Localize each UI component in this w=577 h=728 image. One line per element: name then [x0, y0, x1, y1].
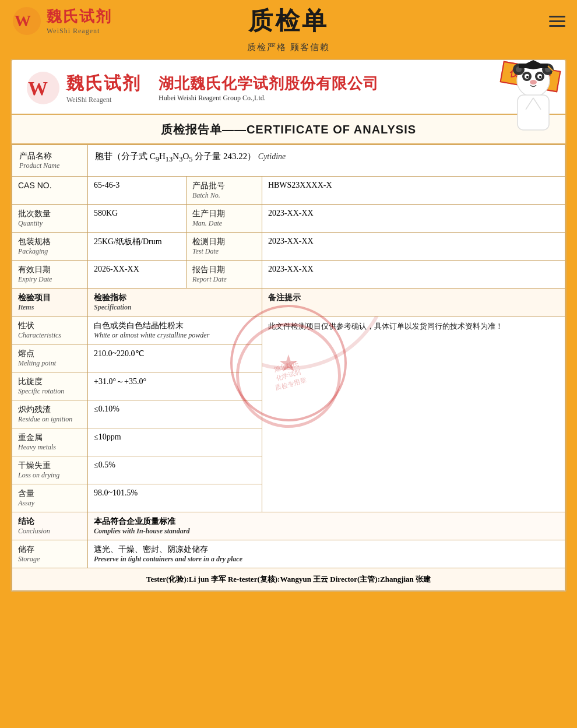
pkg-value-cell: 25KG/纸板桶/Drum [88, 233, 187, 261]
item-3-en: Residue on ignition [18, 415, 82, 424]
item-0-cn: 性状 [18, 321, 82, 331]
cas-label-cell: CAS NO. [12, 177, 88, 205]
spec-6-cell: 98.0~101.5% [88, 484, 262, 512]
logo-icon: W [12, 6, 42, 36]
cert-logo-cn: 魏氏试剂 [66, 72, 141, 96]
item-5-cn: 干燥失重 [18, 460, 82, 471]
items-header-cn: 检验项目 [18, 293, 82, 303]
item-3-label: 炽灼残渣 Residue on ignition [12, 400, 88, 428]
test-value: 2023-XX-XX [268, 237, 314, 245]
qty-label-cn: 批次数量 [18, 209, 82, 219]
company-block: 湖北魏氏化学试剂股份有限公司 Hubei Weishi Reagent Grou… [153, 73, 379, 103]
mandate-label-cell: 生产日期 Man. Date [186, 205, 262, 233]
svg-text:W: W [28, 78, 48, 99]
notes-header-cell: 备注提示 [262, 289, 565, 316]
item-3-cn: 炽灼残渣 [18, 405, 82, 415]
conclusion-label-en: Conclusion [18, 527, 82, 536]
top-header: W 魏氏试剂 WeiShi Reagent 质检单 [0, 0, 577, 40]
item-6-en: Assay [18, 499, 82, 508]
inspection-row-0: 性状 Characteristics 白色或类白色结晶性粉末 White or … [12, 316, 565, 344]
spec-header-cell: 检验指标 Specification [88, 289, 262, 316]
conclusion-value-cell: 本品符合企业质量标准 Complies with In-house standa… [88, 512, 565, 540]
spec-6-cn: 98.0~101.5% [94, 488, 256, 498]
svg-point-17 [552, 71, 555, 75]
batch-label-en: Batch No. [192, 191, 256, 200]
svg-point-7 [526, 76, 529, 78]
logo-area: W 魏氏试剂 WeiShi Reagent [12, 6, 112, 36]
company-en: Hubei Weishi Reagent Group Co.,Ltd. [159, 94, 379, 103]
batch-label-cn: 产品批号 [192, 181, 256, 191]
spec-3-cn: ≤0.10% [94, 405, 256, 414]
item-1-en: Melting point [18, 359, 82, 368]
item-4-cn: 重金属 [18, 432, 82, 443]
svg-point-9 [530, 80, 537, 85]
cert-title-row: 质检报告单——CERTIFICATE OF ANALYSIS [12, 115, 565, 145]
test-value-cell: 2023-XX-XX [262, 233, 565, 261]
spec-5-cell: ≤0.5% [88, 456, 262, 484]
product-label-en: Product Name [19, 161, 80, 170]
hamburger-line-1 [549, 16, 565, 17]
cert-logo-texts: 魏氏试剂 WeiShi Reagent [66, 72, 141, 104]
spec-3-cell: ≤0.10% [88, 400, 262, 428]
report-value: 2023-XX-XX [268, 265, 314, 273]
report-label-cn: 报告日期 [192, 265, 256, 275]
storage-row: 储存 Storage 遮光、干燥、密封、阴凉处储存 Preserve in ti… [12, 540, 565, 568]
cert-table: 产品名称 Product Name 胞苷（分子式 C9H13N3O5 分子量 2… [12, 145, 565, 591]
spec-header-en: Specification [94, 303, 256, 312]
cas-value: 65-46-3 [94, 181, 119, 189]
conclusion-value-en: Complies with In-house standard [94, 527, 559, 536]
cas-label-cn: CAS NO. [18, 181, 82, 190]
qty-value: 580KG [94, 209, 118, 217]
subtitle-bar: 质检严格 顾客信赖 [0, 40, 577, 59]
pkg-value: 25KG/纸板桶/Drum [94, 237, 162, 246]
certificate-card: 仅供科研 W [10, 59, 567, 592]
cert-logo-icon: W [26, 71, 61, 105]
storage-value-cell: 遮光、干燥、密封、阴凉处储存 Preserve in tight contain… [88, 540, 565, 568]
spec-0-cell: 白色或类白色结晶性粉末 White or almost white crysta… [88, 316, 262, 344]
conclusion-label-cn: 结论 [18, 516, 82, 527]
storage-label-cn: 储存 [18, 544, 82, 555]
items-header-en: Items [18, 303, 82, 312]
product-label-cn: 产品名称 [19, 151, 80, 161]
logo-cn: 魏氏试剂 [47, 6, 112, 27]
item-6-label: 含量 Assay [12, 484, 88, 512]
item-5-label: 干燥失重 Loss on drying [12, 456, 88, 484]
footer-row: Tester(化验):Li jun 李军 Re-tester(复核):Wangy… [12, 568, 565, 591]
item-4-en: Heavy metals [18, 443, 82, 452]
item-1-cn: 熔点 [18, 349, 82, 359]
spec-0-en: White or almost white crystalline powder [94, 331, 256, 340]
test-label-cn: 检测日期 [192, 237, 256, 247]
qty-date-row: 批次数量 Quantity 580KG 生产日期 Man. Date 2023-… [12, 205, 565, 233]
item-0-label: 性状 Characteristics [12, 316, 88, 344]
svg-text:W: W [15, 12, 31, 30]
conclusion-value-cn: 本品符合企业质量标准 [94, 516, 559, 527]
report-label-cell: 报告日期 Report Date [186, 261, 262, 289]
conclusion-label-cell: 结论 Conclusion [12, 512, 88, 540]
hamburger-line-3 [549, 25, 565, 27]
product-row: 产品名称 Product Name 胞苷（分子式 C9H13N3O5 分子量 2… [12, 145, 565, 177]
expiry-label-cn: 有效日期 [18, 265, 82, 275]
expiry-report-row: 有效日期 Expiry Date 2026-XX-XX 报告日期 Report … [12, 261, 565, 289]
expiry-value-cell: 2026-XX-XX [88, 261, 187, 289]
inspection-header-row: 检验项目 Items 检验指标 Specification 备注提示 [12, 289, 565, 316]
pkg-label-en: Packaging [18, 247, 82, 256]
svg-rect-18 [518, 95, 549, 130]
logo-en: WeiShi Reagent [47, 27, 112, 36]
spec-0-cn: 白色或类白色结晶性粉末 [94, 321, 256, 331]
qty-label-cell: 批次数量 Quantity [12, 205, 88, 233]
pkg-label-cn: 包装规格 [18, 237, 82, 247]
pkg-label-cell: 包装规格 Packaging [12, 233, 88, 261]
product-name-en: Cytidine [258, 152, 286, 161]
spec-header-cn: 检验指标 [94, 293, 256, 303]
storage-label-cell: 储存 Storage [12, 540, 88, 568]
item-2-en: Specific rotation [18, 387, 82, 396]
spec-4-cn: ≤10ppm [94, 432, 256, 442]
item-5-en: Loss on drying [18, 471, 82, 480]
cert-header: W 魏氏试剂 WeiShi Reagent 湖北魏氏化学试剂股份有限公司 Hub… [12, 60, 565, 115]
mascot-icon [501, 60, 565, 142]
hamburger-menu-icon[interactable] [549, 16, 565, 27]
item-4-label: 重金属 Heavy metals [12, 428, 88, 456]
product-name-cn: 胞苷（分子式 C9H13N3O5 分子量 243.22） [95, 152, 256, 161]
expiry-label-cell: 有效日期 Expiry Date [12, 261, 88, 289]
notes-cell: 此文件检测项目仅供参考确认，具体订单以发货同行的技术资料为准！ [262, 316, 565, 512]
